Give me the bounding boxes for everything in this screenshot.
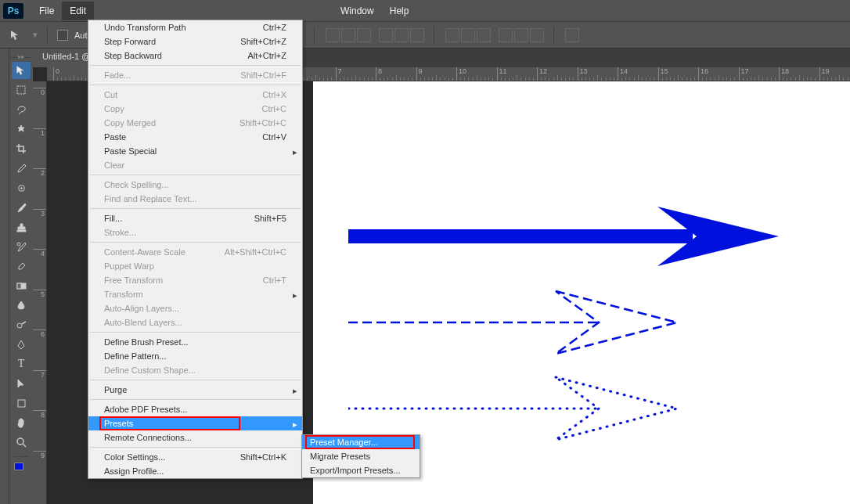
menu-item-shortcut: Shift+Ctrl+C	[240, 118, 286, 128]
menu-item-copy-merged: Copy MergedShift+Ctrl+C	[88, 116, 302, 130]
menu-item-label: Auto-Blend Layers...	[104, 318, 182, 327]
tool-crop[interactable]	[12, 140, 31, 157]
menu-item-label: Define Pattern...	[104, 351, 167, 361]
menu-item-shortcut: Alt+Ctrl+Z	[247, 51, 286, 60]
ruler-tick: 0	[33, 88, 46, 96]
submenu-item-export-import-presets-[interactable]: Export/Import Presets...	[302, 463, 420, 477]
submenu-item-migrate-presets[interactable]: Migrate Presets	[302, 449, 420, 463]
menu-item-label: Color Settings...	[104, 452, 165, 462]
menu-item-shortcut: Shift+Ctrl+F	[240, 70, 286, 80]
tool-stamp[interactable]	[12, 218, 31, 236]
arrange-group[interactable]	[565, 28, 579, 42]
menu-item-copy: CopyCtrl+C	[88, 102, 302, 116]
tool-dodge[interactable]	[12, 316, 31, 333]
menu-item-undo-transform-path[interactable]: Undo Transform PathCtrl+Z	[88, 20, 302, 34]
ruler-vertical: 0123456789	[33, 81, 47, 504]
menu-item-color-settings-[interactable]: Color Settings...Shift+Ctrl+K	[88, 450, 302, 464]
menu-item-label: Check Spelling...	[104, 180, 169, 189]
tool-brush[interactable]	[12, 199, 31, 216]
menu-item-find-and-replace-text-: Find and Replace Text...	[88, 192, 302, 206]
menu-item-step-forward[interactable]: Step ForwardShift+Ctrl+Z	[88, 34, 302, 49]
menu-item-shortcut: Ctrl+X	[262, 90, 286, 99]
menu-item-transform: Transform▸	[88, 287, 302, 301]
tool-eyedropper[interactable]	[12, 160, 31, 177]
tool-heal[interactable]	[12, 179, 31, 196]
tool-blur[interactable]	[12, 297, 31, 314]
svg-point-7	[17, 438, 23, 445]
tool-hand[interactable]	[12, 414, 31, 431]
toolbox: ▸▸ T	[9, 49, 33, 504]
tool-pen[interactable]	[12, 336, 31, 353]
ruler-tick: 7	[336, 67, 342, 81]
menu-separator	[90, 242, 301, 243]
distribute-group-1[interactable]	[445, 28, 491, 42]
menu-item-shortcut: Shift+F5	[254, 214, 286, 223]
tool-eraser[interactable]	[12, 257, 31, 275]
menu-bar: Ps File Edit Window Help	[0, 0, 850, 21]
ruler-tick: 3	[33, 209, 46, 218]
tool-type[interactable]: T	[12, 355, 31, 373]
menu-item-define-custom-shape-: Define Custom Shape...	[88, 363, 302, 377]
tool-shape[interactable]	[12, 394, 31, 412]
menu-edit[interactable]: Edit	[62, 2, 94, 20]
tool-zoom[interactable]	[12, 434, 31, 451]
submenu-arrow-icon: ▸	[293, 386, 297, 396]
menu-item-adobe-pdf-presets-[interactable]: Adobe PDF Presets...	[88, 402, 302, 416]
menu-item-label: Paste	[104, 132, 126, 142]
ruler-tick: 7	[33, 370, 46, 379]
menu-item-label: Cut	[104, 90, 117, 99]
menu-item-label: Copy	[104, 104, 124, 113]
panel-edge	[0, 49, 9, 504]
submenu-item-preset-manager-[interactable]: Preset Manager...	[302, 435, 420, 449]
menu-item-shortcut: Ctrl+Z	[263, 23, 286, 32]
menu-separator	[90, 399, 301, 400]
menu-item-clear: Clear	[88, 158, 302, 172]
menu-item-label: Free Transform	[104, 275, 163, 285]
tool-marquee[interactable]	[12, 81, 31, 99]
align-group-2[interactable]	[379, 28, 424, 42]
menu-file[interactable]: File	[31, 2, 62, 20]
menu-item-step-backward[interactable]: Step BackwardAlt+Ctrl+Z	[88, 49, 302, 63]
menu-separator	[90, 85, 301, 85]
tool-history-brush[interactable]	[12, 238, 31, 255]
ruler-tick: 0	[53, 67, 59, 81]
menu-window[interactable]: Window	[333, 2, 382, 20]
menu-item-shortcut: Ctrl+T	[263, 275, 286, 285]
menu-item-define-pattern-[interactable]: Define Pattern...	[88, 349, 302, 363]
menu-item-remote-connections-[interactable]: Remote Connections...	[88, 430, 302, 445]
menu-item-label: Step Forward	[104, 37, 156, 46]
arrow-dashed-blue	[348, 285, 685, 363]
ruler-tick: 2	[33, 168, 46, 177]
menu-item-label: Undo Transform Path	[104, 23, 186, 32]
auto-select-checkbox[interactable]	[57, 30, 68, 41]
tool-wand[interactable]	[12, 121, 31, 138]
tool-path-select[interactable]	[12, 375, 31, 392]
ruler-tick: 9	[416, 67, 423, 81]
menu-item-fill-[interactable]: Fill...Shift+F5	[88, 211, 302, 225]
tool-move[interactable]	[12, 62, 31, 79]
menu-separator	[90, 208, 301, 209]
menu-item-paste[interactable]: PasteCtrl+V	[88, 130, 302, 144]
menu-item-label: Content-Aware Scale	[104, 247, 185, 257]
ruler-tick: 8	[33, 410, 46, 419]
tool-lasso[interactable]	[12, 101, 31, 118]
menu-item-shortcut: Shift+Ctrl+K	[240, 452, 286, 462]
menu-item-shortcut: Alt+Shift+Ctrl+C	[225, 247, 286, 257]
menu-item-define-brush-preset-[interactable]: Define Brush Preset...	[88, 335, 302, 349]
menu-item-purge[interactable]: Purge▸	[88, 383, 302, 397]
ruler-tick: 1	[33, 128, 46, 137]
align-group-1[interactable]	[326, 28, 371, 42]
menu-help[interactable]: Help	[382, 2, 417, 20]
menu-item-label: Fill...	[104, 214, 122, 223]
color-swatches[interactable]	[14, 463, 28, 473]
menu-item-shortcut: Ctrl+V	[262, 132, 286, 142]
distribute-group-2[interactable]	[499, 28, 544, 42]
menu-item-paste-special[interactable]: Paste Special▸	[88, 144, 302, 158]
tool-gradient[interactable]	[12, 277, 31, 294]
menu-item-presets[interactable]: Presets▸	[88, 416, 302, 430]
menu-separator	[90, 175, 301, 175]
ruler-tick: 4	[33, 249, 46, 257]
svg-rect-4	[17, 283, 21, 289]
menu-item-free-transform: Free TransformCtrl+T	[88, 273, 302, 287]
menu-item-assign-profile-[interactable]: Assign Profile...	[88, 464, 302, 478]
